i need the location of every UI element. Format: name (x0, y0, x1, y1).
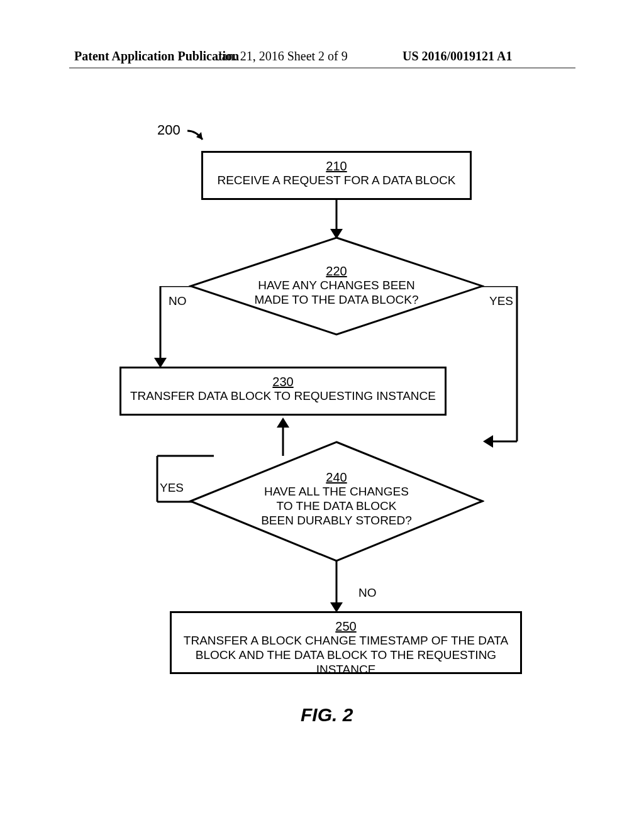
step-250-number: 250 (175, 619, 516, 634)
header-rule (69, 67, 575, 69)
branch-240-no-label: NO (358, 586, 377, 600)
header-center: Jan. 21, 2016 Sheet 2 of 9 (217, 49, 348, 64)
svg-marker-10 (483, 435, 493, 448)
step-210-box: 210 RECEIVE A REQUEST FOR A DATA BLOCK (201, 151, 472, 200)
step-250-text2: BLOCK AND THE DATA BLOCK TO THE REQUESTI… (175, 648, 516, 677)
arrow-240-yes-head (272, 415, 297, 465)
reference-arrow-icon (182, 123, 233, 148)
step-250-text1: TRANSFER A BLOCK CHANGE TIMESTAMP OF THE… (175, 634, 516, 648)
header-left: Patent Application Publication (74, 49, 239, 64)
header-right: US 2016/0019121 A1 (402, 49, 512, 64)
figure-reference-number: 200 (157, 122, 180, 138)
step-220-text2: MADE TO THE DATA BLOCK? (189, 293, 484, 307)
step-240-number: 240 (189, 470, 484, 485)
step-220-text1: HAVE ANY CHANGES BEEN (189, 279, 484, 293)
step-210-number: 210 (207, 159, 466, 174)
step-220-number: 220 (189, 264, 484, 279)
step-220-decision: 220 HAVE ANY CHANGES BEEN MADE TO THE DA… (189, 236, 484, 336)
arrow-220-yes-to-240 (478, 286, 528, 475)
step-240-text2: TO THE DATA BLOCK (189, 499, 484, 514)
svg-marker-16 (277, 418, 289, 428)
step-240-decision: 240 HAVE ALL THE CHANGES TO THE DATA BLO… (189, 440, 484, 563)
arrow-240-no-to-250 (325, 560, 350, 619)
arrow-240-yes-to-230 (145, 412, 214, 512)
page: Patent Application Publication Jan. 21, … (0, 0, 644, 830)
step-240-text3: BEEN DURABLY STORED? (189, 514, 484, 528)
step-230-box: 230 TRANSFER DATA BLOCK TO REQUESTING IN… (119, 367, 447, 416)
step-250-box: 250 TRANSFER A BLOCK CHANGE TIMESTAMP OF… (170, 611, 522, 674)
step-230-text: TRANSFER DATA BLOCK TO REQUESTING INSTAN… (125, 389, 441, 404)
flowchart-figure: 200 210 RECEIVE A REQUEST FOR A DATA BLO… (0, 126, 644, 755)
step-240-text1: HAVE ALL THE CHANGES (189, 485, 484, 499)
figure-caption: FIG. 2 (301, 704, 353, 726)
step-210-text: RECEIVE A REQUEST FOR A DATA BLOCK (207, 174, 466, 188)
step-230-number: 230 (125, 375, 441, 389)
